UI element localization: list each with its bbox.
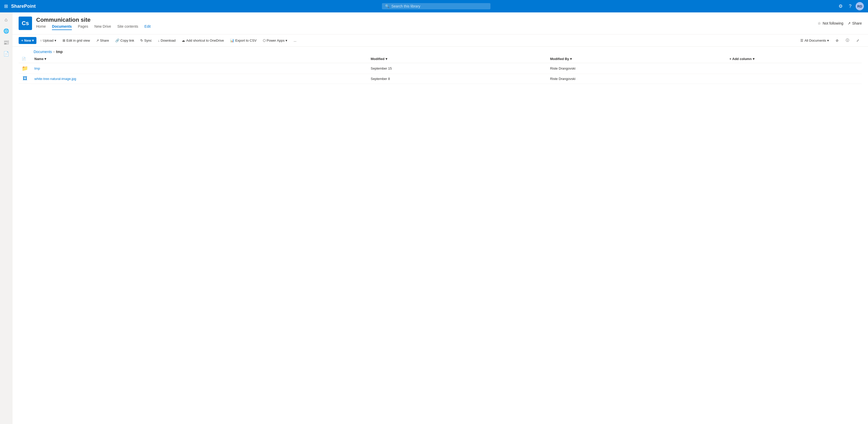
breadcrumb-separator: › bbox=[54, 50, 55, 54]
sidebar: ⌂ 🌐 📰 📄 bbox=[0, 12, 12, 424]
file-extra bbox=[726, 63, 862, 74]
toolbar: + New ▾ ↑ Upload ▾ ⊞ Edit in grid view ↗… bbox=[12, 34, 868, 47]
nav-pages[interactable]: Pages bbox=[78, 24, 88, 30]
site-header: Cs Communication site Home Documents Pag… bbox=[12, 12, 868, 34]
pages-icon: 📄 bbox=[3, 51, 9, 57]
star-icon: ☆ bbox=[817, 21, 821, 25]
info-button[interactable]: ⓘ bbox=[843, 36, 852, 44]
more-button[interactable]: ... bbox=[291, 37, 299, 44]
nav-new-drive[interactable]: New Drive bbox=[94, 24, 111, 30]
add-shortcut-button[interactable]: ☁ Add shortcut to OneDrive bbox=[179, 37, 226, 44]
download-icon: ↓ bbox=[158, 38, 160, 43]
globe-icon: 🌐 bbox=[3, 28, 9, 34]
file-icon-header: 📄 bbox=[22, 57, 26, 61]
upload-icon: ↑ bbox=[40, 38, 42, 43]
all-docs-chevron-icon: ▾ bbox=[827, 38, 829, 43]
plus-icon: + bbox=[21, 38, 23, 43]
breadcrumb: Documents › tmp bbox=[12, 47, 868, 55]
col-checkbox: 📄 bbox=[19, 55, 31, 63]
nav-documents[interactable]: Documents bbox=[52, 24, 71, 30]
sidebar-item-sites[interactable]: 🌐 bbox=[1, 26, 11, 36]
share-icon: ↗ bbox=[847, 21, 851, 25]
file-modified: September 15 bbox=[368, 63, 547, 74]
link-icon: 🔗 bbox=[115, 38, 119, 43]
new-button[interactable]: + New ▾ bbox=[19, 37, 36, 44]
upload-button[interactable]: ↑ Upload ▾ bbox=[37, 37, 59, 44]
sidebar-item-news[interactable]: 📰 bbox=[1, 37, 11, 48]
sync-icon: ↻ bbox=[140, 38, 143, 43]
excel-icon: 📊 bbox=[230, 38, 234, 43]
all-docs-button[interactable]: ☰ All Documents ▾ bbox=[798, 37, 831, 44]
file-name-link[interactable]: tmp bbox=[34, 66, 40, 70]
nav-site-contents[interactable]: Site contents bbox=[117, 24, 138, 30]
add-col-chevron-icon: ▾ bbox=[753, 57, 754, 61]
folder-icon: 📁 bbox=[22, 65, 28, 72]
chevron-down-icon: ▾ bbox=[32, 38, 34, 43]
app-title: SharePoint bbox=[11, 4, 36, 9]
file-row-icon: 🖼 bbox=[19, 74, 31, 84]
file-table: 📄 Name ▾ Modified ▾ bbox=[19, 55, 862, 84]
search-input[interactable] bbox=[392, 4, 487, 8]
edit-grid-button[interactable]: ⊞ Edit in grid view bbox=[60, 37, 93, 44]
share-toolbar-icon: ↗ bbox=[96, 38, 99, 43]
main-layout: ⌂ 🌐 📰 📄 Cs Communication site Home Docum… bbox=[0, 12, 868, 424]
col-modified-header[interactable]: Modified ▾ bbox=[368, 55, 547, 63]
copy-link-button[interactable]: 🔗 Copy link bbox=[113, 37, 137, 44]
not-following-button[interactable]: ☆ Not following bbox=[817, 21, 843, 25]
power-apps-button[interactable]: ⬡ Power Apps ▾ bbox=[260, 37, 290, 44]
file-extra bbox=[726, 74, 862, 84]
top-bar-actions: ⚙ ? RD bbox=[836, 2, 864, 10]
powerapps-icon: ⬡ bbox=[263, 38, 266, 43]
news-icon: 📰 bbox=[3, 39, 9, 45]
file-row-icon: 📁 bbox=[19, 63, 31, 74]
name-sort-icon: ▾ bbox=[44, 57, 46, 61]
fullscreen-icon: ⤢ bbox=[856, 38, 859, 43]
site-info: Communication site Home Documents Pages … bbox=[36, 17, 151, 30]
breadcrumb-current: tmp bbox=[56, 50, 63, 54]
settings-button[interactable]: ⚙ bbox=[836, 2, 845, 10]
nav-home[interactable]: Home bbox=[36, 24, 46, 30]
onedrive-icon: ☁ bbox=[182, 38, 185, 43]
site-logo: Cs bbox=[19, 17, 32, 30]
modified-sort-icon: ▾ bbox=[385, 57, 388, 61]
nav-edit[interactable]: Edit bbox=[145, 24, 151, 30]
breadcrumb-parent[interactable]: Documents bbox=[34, 50, 52, 54]
waffle-icon[interactable]: ⊞ bbox=[4, 3, 8, 9]
download-button[interactable]: ↓ Download bbox=[155, 37, 178, 44]
file-modified: September 8 bbox=[368, 74, 547, 84]
top-bar: ⊞ SharePoint 🔍 ⚙ ? RD bbox=[0, 0, 868, 12]
list-icon: ☰ bbox=[800, 38, 803, 43]
grid-icon: ⊞ bbox=[63, 38, 65, 43]
site-header-left: Cs Communication site Home Documents Pag… bbox=[19, 17, 151, 30]
file-list: 📄 Name ▾ Modified ▾ bbox=[12, 55, 868, 424]
filter-button[interactable]: ⊘ bbox=[833, 37, 841, 44]
toolbar-share-button[interactable]: ↗ Share bbox=[94, 37, 112, 44]
help-button[interactable]: ? bbox=[847, 3, 854, 10]
site-nav: Home Documents Pages New Drive Site cont… bbox=[36, 24, 151, 30]
sync-button[interactable]: ↻ Sync bbox=[138, 37, 154, 44]
export-csv-button[interactable]: 📊 Export to CSV bbox=[227, 37, 259, 44]
col-modified-by-header[interactable]: Modified By ▾ bbox=[547, 55, 726, 63]
col-name-header[interactable]: Name ▾ bbox=[31, 55, 368, 63]
search-icon: 🔍 bbox=[385, 4, 390, 8]
col-add-header[interactable]: + Add column ▾ bbox=[726, 55, 862, 63]
table-header-row: 📄 Name ▾ Modified ▾ bbox=[19, 55, 862, 63]
file-modified-by: Riste Drangovski bbox=[547, 63, 726, 74]
file-name-cell: white-tree-natural-image.jpg bbox=[31, 74, 368, 84]
modified-by-sort-icon: ▾ bbox=[570, 57, 572, 61]
file-modified-by: Riste Drangovski bbox=[547, 74, 726, 84]
sidebar-item-pages[interactable]: 📄 bbox=[1, 49, 11, 59]
site-header-right: ☆ Not following ↗ Share bbox=[817, 21, 862, 25]
sidebar-item-home[interactable]: ⌂ bbox=[1, 15, 11, 25]
fullscreen-button[interactable]: ⤢ bbox=[854, 37, 862, 44]
site-name: Communication site bbox=[36, 17, 151, 23]
table-row[interactable]: 🖼white-tree-natural-image.jpgSeptember 8… bbox=[19, 74, 862, 84]
search-box[interactable]: 🔍 bbox=[382, 3, 491, 9]
info-icon: ⓘ bbox=[846, 38, 849, 43]
table-row[interactable]: 📁tmpSeptember 15Riste Drangovski bbox=[19, 63, 862, 74]
upload-chevron-icon: ▾ bbox=[55, 38, 56, 43]
share-button[interactable]: ↗ Share bbox=[847, 21, 862, 25]
file-name-link[interactable]: white-tree-natural-image.jpg bbox=[34, 77, 76, 81]
avatar[interactable]: RD bbox=[856, 2, 864, 10]
content-area: Cs Communication site Home Documents Pag… bbox=[12, 12, 868, 424]
